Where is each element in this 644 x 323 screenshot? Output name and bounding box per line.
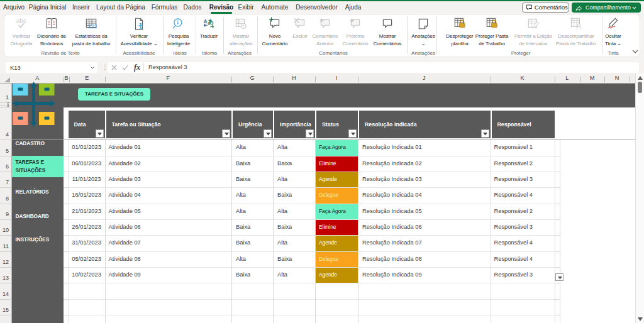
- svg-text:á: á: [204, 18, 207, 25]
- svg-text:あ: あ: [208, 18, 214, 25]
- svg-text:123: 123: [88, 24, 97, 30]
- svg-text:abc: abc: [16, 17, 26, 24]
